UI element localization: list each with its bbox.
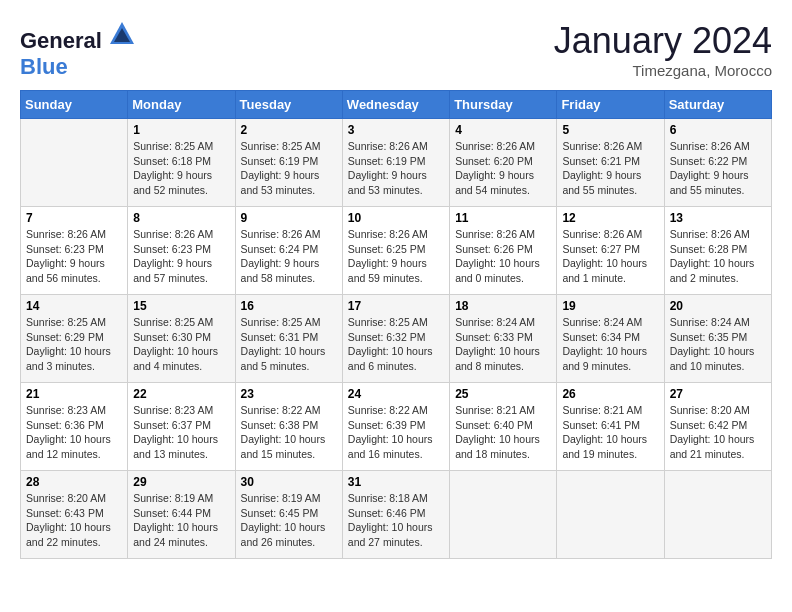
day-number: 8 xyxy=(133,211,229,225)
calendar-cell xyxy=(21,119,128,207)
month-title: January 2024 xyxy=(554,20,772,62)
cell-content: Sunrise: 8:25 AMSunset: 6:32 PMDaylight:… xyxy=(348,315,444,374)
calendar-cell: 30Sunrise: 8:19 AMSunset: 6:45 PMDayligh… xyxy=(235,471,342,559)
calendar-cell: 2Sunrise: 8:25 AMSunset: 6:19 PMDaylight… xyxy=(235,119,342,207)
calendar-cell: 17Sunrise: 8:25 AMSunset: 6:32 PMDayligh… xyxy=(342,295,449,383)
calendar-cell: 25Sunrise: 8:21 AMSunset: 6:40 PMDayligh… xyxy=(450,383,557,471)
cell-content: Sunrise: 8:23 AMSunset: 6:37 PMDaylight:… xyxy=(133,403,229,462)
calendar-cell: 9Sunrise: 8:26 AMSunset: 6:24 PMDaylight… xyxy=(235,207,342,295)
cell-content: Sunrise: 8:24 AMSunset: 6:34 PMDaylight:… xyxy=(562,315,658,374)
calendar-cell: 5Sunrise: 8:26 AMSunset: 6:21 PMDaylight… xyxy=(557,119,664,207)
day-number: 2 xyxy=(241,123,337,137)
day-number: 10 xyxy=(348,211,444,225)
calendar-cell: 26Sunrise: 8:21 AMSunset: 6:41 PMDayligh… xyxy=(557,383,664,471)
day-header-monday: Monday xyxy=(128,91,235,119)
day-number: 14 xyxy=(26,299,122,313)
cell-content: Sunrise: 8:24 AMSunset: 6:33 PMDaylight:… xyxy=(455,315,551,374)
day-number: 29 xyxy=(133,475,229,489)
day-number: 1 xyxy=(133,123,229,137)
calendar-cell: 3Sunrise: 8:26 AMSunset: 6:19 PMDaylight… xyxy=(342,119,449,207)
day-number: 15 xyxy=(133,299,229,313)
day-number: 22 xyxy=(133,387,229,401)
calendar-cell: 10Sunrise: 8:26 AMSunset: 6:25 PMDayligh… xyxy=(342,207,449,295)
calendar-cell: 13Sunrise: 8:26 AMSunset: 6:28 PMDayligh… xyxy=(664,207,771,295)
week-row-3: 14Sunrise: 8:25 AMSunset: 6:29 PMDayligh… xyxy=(21,295,772,383)
cell-content: Sunrise: 8:26 AMSunset: 6:20 PMDaylight:… xyxy=(455,139,551,198)
cell-content: Sunrise: 8:26 AMSunset: 6:23 PMDaylight:… xyxy=(26,227,122,286)
cell-content: Sunrise: 8:25 AMSunset: 6:29 PMDaylight:… xyxy=(26,315,122,374)
cell-content: Sunrise: 8:25 AMSunset: 6:31 PMDaylight:… xyxy=(241,315,337,374)
cell-content: Sunrise: 8:19 AMSunset: 6:45 PMDaylight:… xyxy=(241,491,337,550)
cell-content: Sunrise: 8:26 AMSunset: 6:24 PMDaylight:… xyxy=(241,227,337,286)
calendar-cell: 18Sunrise: 8:24 AMSunset: 6:33 PMDayligh… xyxy=(450,295,557,383)
day-number: 17 xyxy=(348,299,444,313)
cell-content: Sunrise: 8:25 AMSunset: 6:18 PMDaylight:… xyxy=(133,139,229,198)
day-number: 16 xyxy=(241,299,337,313)
day-number: 21 xyxy=(26,387,122,401)
calendar-cell: 19Sunrise: 8:24 AMSunset: 6:34 PMDayligh… xyxy=(557,295,664,383)
calendar-cell: 16Sunrise: 8:25 AMSunset: 6:31 PMDayligh… xyxy=(235,295,342,383)
logo-icon xyxy=(108,20,136,48)
calendar-cell: 31Sunrise: 8:18 AMSunset: 6:46 PMDayligh… xyxy=(342,471,449,559)
cell-content: Sunrise: 8:26 AMSunset: 6:21 PMDaylight:… xyxy=(562,139,658,198)
calendar-cell: 20Sunrise: 8:24 AMSunset: 6:35 PMDayligh… xyxy=(664,295,771,383)
day-header-saturday: Saturday xyxy=(664,91,771,119)
day-number: 5 xyxy=(562,123,658,137)
cell-content: Sunrise: 8:20 AMSunset: 6:42 PMDaylight:… xyxy=(670,403,766,462)
day-header-tuesday: Tuesday xyxy=(235,91,342,119)
cell-content: Sunrise: 8:20 AMSunset: 6:43 PMDaylight:… xyxy=(26,491,122,550)
calendar-cell: 8Sunrise: 8:26 AMSunset: 6:23 PMDaylight… xyxy=(128,207,235,295)
day-number: 13 xyxy=(670,211,766,225)
day-number: 9 xyxy=(241,211,337,225)
day-number: 26 xyxy=(562,387,658,401)
cell-content: Sunrise: 8:26 AMSunset: 6:25 PMDaylight:… xyxy=(348,227,444,286)
day-number: 3 xyxy=(348,123,444,137)
title-block: January 2024 Timezgana, Morocco xyxy=(554,20,772,79)
day-number: 28 xyxy=(26,475,122,489)
week-row-4: 21Sunrise: 8:23 AMSunset: 6:36 PMDayligh… xyxy=(21,383,772,471)
page-header: General Blue January 2024 Timezgana, Mor… xyxy=(20,20,772,80)
day-number: 12 xyxy=(562,211,658,225)
cell-content: Sunrise: 8:26 AMSunset: 6:28 PMDaylight:… xyxy=(670,227,766,286)
calendar-cell: 23Sunrise: 8:22 AMSunset: 6:38 PMDayligh… xyxy=(235,383,342,471)
calendar-cell: 11Sunrise: 8:26 AMSunset: 6:26 PMDayligh… xyxy=(450,207,557,295)
calendar-cell xyxy=(557,471,664,559)
day-number: 30 xyxy=(241,475,337,489)
day-number: 6 xyxy=(670,123,766,137)
cell-content: Sunrise: 8:23 AMSunset: 6:36 PMDaylight:… xyxy=(26,403,122,462)
logo: General Blue xyxy=(20,20,136,80)
cell-content: Sunrise: 8:19 AMSunset: 6:44 PMDaylight:… xyxy=(133,491,229,550)
logo-general: General xyxy=(20,28,102,53)
calendar-cell xyxy=(450,471,557,559)
week-row-5: 28Sunrise: 8:20 AMSunset: 6:43 PMDayligh… xyxy=(21,471,772,559)
cell-content: Sunrise: 8:24 AMSunset: 6:35 PMDaylight:… xyxy=(670,315,766,374)
calendar-cell: 6Sunrise: 8:26 AMSunset: 6:22 PMDaylight… xyxy=(664,119,771,207)
day-number: 18 xyxy=(455,299,551,313)
calendar-cell: 7Sunrise: 8:26 AMSunset: 6:23 PMDaylight… xyxy=(21,207,128,295)
day-number: 24 xyxy=(348,387,444,401)
header-row: SundayMondayTuesdayWednesdayThursdayFrid… xyxy=(21,91,772,119)
calendar-cell: 15Sunrise: 8:25 AMSunset: 6:30 PMDayligh… xyxy=(128,295,235,383)
cell-content: Sunrise: 8:22 AMSunset: 6:38 PMDaylight:… xyxy=(241,403,337,462)
cell-content: Sunrise: 8:25 AMSunset: 6:30 PMDaylight:… xyxy=(133,315,229,374)
calendar-cell: 4Sunrise: 8:26 AMSunset: 6:20 PMDaylight… xyxy=(450,119,557,207)
cell-content: Sunrise: 8:26 AMSunset: 6:19 PMDaylight:… xyxy=(348,139,444,198)
day-number: 19 xyxy=(562,299,658,313)
cell-content: Sunrise: 8:21 AMSunset: 6:40 PMDaylight:… xyxy=(455,403,551,462)
location: Timezgana, Morocco xyxy=(554,62,772,79)
calendar-cell: 22Sunrise: 8:23 AMSunset: 6:37 PMDayligh… xyxy=(128,383,235,471)
day-header-thursday: Thursday xyxy=(450,91,557,119)
logo-blue: Blue xyxy=(20,54,68,79)
calendar-cell: 29Sunrise: 8:19 AMSunset: 6:44 PMDayligh… xyxy=(128,471,235,559)
day-header-sunday: Sunday xyxy=(21,91,128,119)
calendar-cell: 24Sunrise: 8:22 AMSunset: 6:39 PMDayligh… xyxy=(342,383,449,471)
cell-content: Sunrise: 8:25 AMSunset: 6:19 PMDaylight:… xyxy=(241,139,337,198)
calendar-cell: 1Sunrise: 8:25 AMSunset: 6:18 PMDaylight… xyxy=(128,119,235,207)
day-header-wednesday: Wednesday xyxy=(342,91,449,119)
calendar-cell: 28Sunrise: 8:20 AMSunset: 6:43 PMDayligh… xyxy=(21,471,128,559)
cell-content: Sunrise: 8:21 AMSunset: 6:41 PMDaylight:… xyxy=(562,403,658,462)
calendar-cell: 27Sunrise: 8:20 AMSunset: 6:42 PMDayligh… xyxy=(664,383,771,471)
calendar-cell: 12Sunrise: 8:26 AMSunset: 6:27 PMDayligh… xyxy=(557,207,664,295)
calendar-cell: 21Sunrise: 8:23 AMSunset: 6:36 PMDayligh… xyxy=(21,383,128,471)
cell-content: Sunrise: 8:26 AMSunset: 6:22 PMDaylight:… xyxy=(670,139,766,198)
